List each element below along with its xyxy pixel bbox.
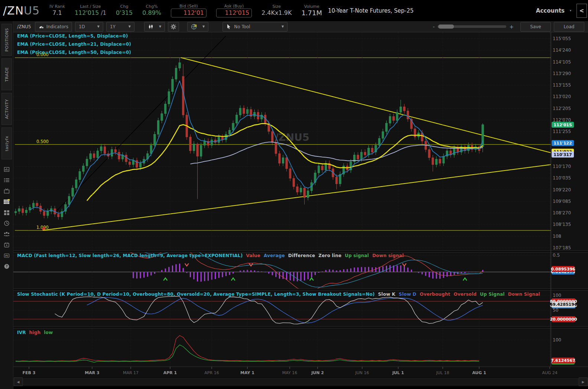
axis-badge: 111'122: [552, 140, 574, 146]
svg-text:109'220: 109'220: [553, 187, 571, 192]
zoom-out-button[interactable]: -: [433, 24, 435, 30]
svg-text:114'240: 114'240: [553, 48, 571, 53]
calendar-back-icon[interactable]: [0, 239, 13, 250]
stoch-label-row[interactable]: Slow Stochastic (K Period=10, D Period=1…: [17, 292, 543, 297]
list-icon[interactable]: [0, 175, 13, 185]
layout-dropdown[interactable]: ▼: [187, 22, 208, 32]
svg-text:112'205: 112'205: [553, 106, 571, 111]
fi-icon[interactable]: FI: [0, 250, 13, 261]
chart-area[interactable]: /ZNU50.0000.5001.000115'055114'240114'10…: [13, 32, 588, 377]
legend-item: Slow D: [399, 292, 416, 297]
legend-item: Down Signal: [508, 292, 540, 297]
svg-text:0.0895396: 0.0895396: [551, 267, 575, 272]
legend-item: Overbought: [420, 292, 450, 297]
zoom-in-button[interactable]: +: [509, 24, 514, 30]
svg-text:110'170: 110'170: [553, 164, 571, 169]
chart-type-dropdown[interactable]: ▼: [144, 22, 165, 32]
sidebar-tab-positions[interactable]: POSITIONS: [1, 24, 12, 56]
svg-text:107'185: 107'185: [553, 245, 571, 250]
accounts-dropdown[interactable]: Accounts ▾: [536, 7, 571, 14]
candlestick-icon: [148, 24, 154, 29]
svg-text:FI: FI: [5, 254, 8, 257]
tv-icon[interactable]: [0, 185, 13, 196]
axis-badge: 69.4285194: [550, 301, 577, 307]
timeframe-dropdown[interactable]: 1D▼: [75, 22, 103, 32]
legend-item: Average: [264, 253, 285, 258]
ivr-label-row[interactable]: IVRhighlow: [17, 330, 56, 335]
svg-text:APR 16: APR 16: [204, 370, 219, 375]
toolbar-symbol-label: /ZNU5: [17, 24, 31, 29]
field-chg-pct: Chg% 0.89%: [142, 4, 161, 17]
svg-text:APR 1: APR 1: [163, 370, 177, 375]
symbol-title: /ZNU5: [3, 4, 40, 17]
svg-text:20.0000000: 20.0000000: [550, 317, 577, 322]
left-sidebar: POSITIONS TRADE ACTIVITY tastyfx FI ?: [0, 21, 13, 389]
study-title: Slow Stochastic (K Period=10, D Period=1…: [17, 292, 375, 297]
svg-text:FEB 3: FEB 3: [23, 370, 36, 375]
indicators-button[interactable]: Indicators: [35, 22, 72, 32]
svg-text:JUN 2: JUN 2: [311, 370, 324, 375]
history-clock-icon[interactable]: [0, 218, 13, 228]
svg-text:108'270: 108'270: [553, 210, 571, 215]
ema21-label[interactable]: EMA (Price=CLOSE, Length=21, Displace=0): [17, 42, 131, 47]
legend-item: Oversold: [454, 292, 477, 297]
axis-badge: 0.0895396: [551, 266, 575, 272]
help-icon[interactable]: ?: [0, 261, 13, 272]
chart-canvas[interactable]: /ZNU50.0000.5001.000115'055114'240114'10…: [13, 32, 588, 377]
sidebar-tab-activity[interactable]: ACTIVITY: [1, 93, 12, 125]
people-icon[interactable]: [0, 228, 13, 239]
scroll-left-icon[interactable]: ◀: [14, 377, 23, 386]
svg-text:MAY 1: MAY 1: [240, 370, 254, 375]
ema5-label[interactable]: EMA (Price=CLOSE, Length=5, Displace=0): [17, 33, 128, 39]
svg-text:115'055: 115'055: [553, 36, 571, 41]
svg-text:111'255: 111'255: [553, 129, 571, 134]
quote-header: /ZNU5 IV Rank 7.1 Last / Size 112'015 /1…: [0, 0, 588, 21]
svg-text:108: 108: [553, 234, 561, 239]
legend-item: Difference: [288, 253, 315, 258]
field-ask: Ask (Buy) 112'015: [216, 4, 252, 17]
range-dropdown[interactable]: 1Y▼: [106, 22, 134, 32]
svg-text:109'085: 109'085: [553, 199, 571, 204]
axis-badge: 112'015: [552, 122, 574, 128]
scrollbar-track[interactable]: [23, 378, 578, 385]
bid-button[interactable]: 112'01: [171, 9, 207, 17]
horizontal-scrollbar[interactable]: ◀ ▶: [13, 377, 588, 386]
report-chart-icon[interactable]: [0, 164, 13, 175]
macd-label-row[interactable]: MACD (Fast length=12, Slow length=26, MA…: [17, 253, 407, 258]
save-button[interactable]: Save: [520, 22, 551, 32]
chevron-down-icon: ▼: [282, 25, 284, 28]
zoom-slider-thumb[interactable]: [438, 25, 454, 29]
svg-text:112'015: 112'015: [553, 123, 572, 127]
svg-text:113'290: 113'290: [553, 71, 571, 76]
svg-text:100: 100: [553, 337, 561, 343]
tool-dropdown[interactable]: No Tool ▼: [222, 22, 287, 32]
chart-grid-icon[interactable]: [0, 196, 13, 207]
chart-layout-icon: [191, 24, 197, 30]
legend-item: Up signal: [345, 253, 369, 258]
svg-text:69.4285194: 69.4285194: [550, 302, 577, 307]
field-volume: Volume 1.71M: [301, 4, 322, 17]
settings-button[interactable]: [168, 22, 179, 32]
chevron-down-icon: ▾: [570, 9, 571, 12]
zoom-slider[interactable]: [438, 25, 506, 28]
legend-item: high: [29, 330, 41, 335]
svg-text:0.5: 0.5: [553, 253, 560, 258]
sidebar-tab-trade[interactable]: TRADE: [1, 58, 12, 90]
field-iv-rank: IV Rank 7.1: [49, 4, 65, 17]
svg-text:?: ?: [6, 265, 7, 268]
sidebar-tab-tastyfx[interactable]: tastyfx: [1, 127, 12, 159]
svg-text:AUG 1: AUG 1: [472, 370, 486, 375]
svg-text:114'105: 114'105: [553, 59, 571, 65]
layout-grid-icon[interactable]: [0, 207, 13, 218]
chevron-down-icon: ▼: [159, 25, 161, 28]
scroll-right-icon[interactable]: ▶: [579, 377, 588, 386]
load-button[interactable]: Load: [554, 22, 584, 32]
ema50-label[interactable]: EMA (Price=CLOSE, Length=50, Displace=0): [17, 50, 131, 55]
ask-button[interactable]: 112'015: [216, 9, 252, 17]
chevron-down-icon: ▼: [202, 25, 205, 28]
cursor-icon: [226, 24, 231, 29]
collapse-panel-button[interactable]: <: [576, 4, 587, 18]
svg-text:113'155: 113'155: [553, 82, 571, 88]
svg-text:AUG 24: AUG 24: [542, 370, 558, 375]
chevron-down-icon: ▼: [129, 25, 131, 28]
